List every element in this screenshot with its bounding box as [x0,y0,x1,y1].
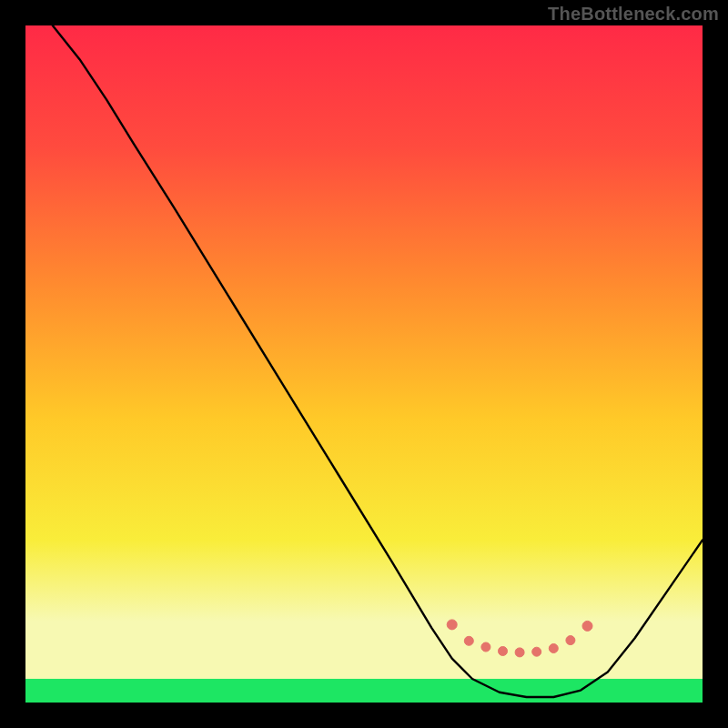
pale-yellow-band [25,622,703,679]
bottom-marker [447,620,457,630]
bottom-marker [582,621,592,631]
gradient-background [25,25,703,703]
green-band [25,679,703,703]
bottom-marker [464,636,473,645]
bottom-marker [566,636,575,645]
bottleneck-curve-chart [25,25,703,703]
bottom-marker [532,647,541,656]
bottom-marker [515,648,524,657]
chart-frame: TheBottleneck.com [0,0,728,728]
bottom-marker [549,644,558,653]
plot-area [25,25,703,703]
watermark-text: TheBottleneck.com [548,4,719,25]
bottom-marker [481,642,490,652]
bottom-marker [499,647,508,656]
